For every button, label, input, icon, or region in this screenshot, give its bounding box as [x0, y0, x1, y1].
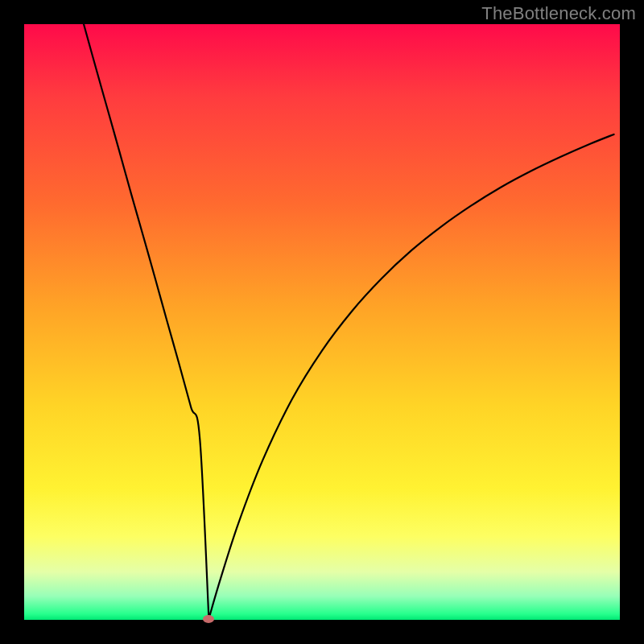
watermark-text: TheBottleneck.com [481, 3, 636, 24]
plot-area [24, 24, 620, 620]
chart-frame: TheBottleneck.com [0, 0, 644, 644]
bottleneck-curve [84, 24, 614, 619]
minimum-marker [203, 615, 214, 623]
curve-svg [24, 24, 620, 620]
